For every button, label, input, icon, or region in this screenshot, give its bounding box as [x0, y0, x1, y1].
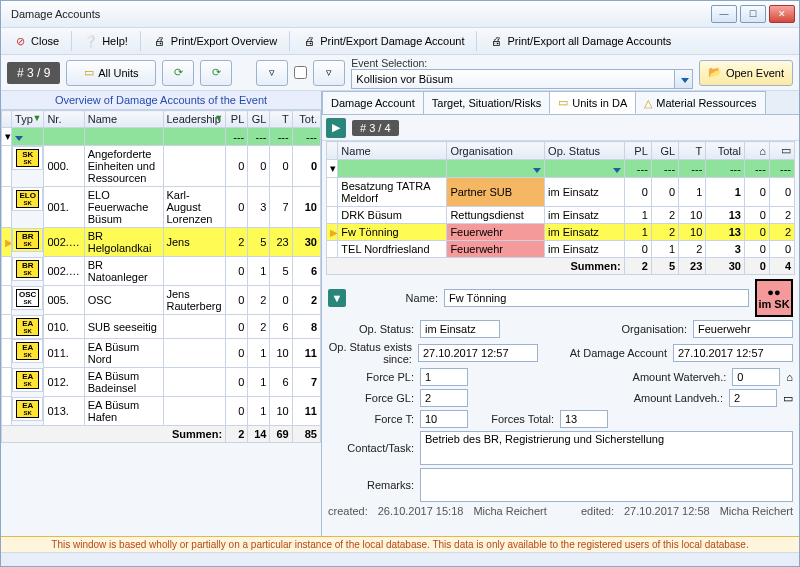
col-op[interactable]: Op. Status [545, 142, 625, 160]
funnel-icon: ▾ [5, 130, 12, 142]
collapse-button[interactable]: ▼ [328, 289, 346, 307]
table-row[interactable]: OSCSK 005.OSCJens Rauterberg 0202 [2, 286, 321, 315]
help-button[interactable]: ❔ Help! [78, 32, 134, 50]
window-title: Damage Accounts [5, 8, 708, 20]
col-nr[interactable]: Nr. [44, 111, 84, 128]
damage-accounts-grid-wrap[interactable]: Typ▼ Nr. Name Leadership▼ PL GL T Tot. ▾ [1, 110, 321, 536]
chevron-down-icon [15, 136, 23, 141]
summary-row: Summen: 2 14 69 85 [2, 426, 321, 443]
left-panel-header: Overview of Damage Accounts of the Event [1, 91, 321, 110]
col-t[interactable]: T [270, 111, 292, 128]
col-landveh-icon[interactable]: ▭ [769, 142, 794, 160]
force-gl-field[interactable] [420, 389, 468, 407]
op-status-field[interactable] [420, 320, 500, 338]
split-body: Overview of Damage Accounts of the Event… [1, 91, 799, 536]
force-t-field[interactable] [420, 410, 468, 428]
col-pl[interactable]: PL [624, 142, 651, 160]
forces-total-field[interactable] [560, 410, 608, 428]
folder-icon: ▭ [84, 66, 94, 79]
table-row[interactable]: ▶ Fw TönningFeuerwehrim Einsatz 121013 0… [327, 224, 795, 241]
secondary-toolbar: # 3 / 9 ▭ All Units ⟳ ⟳ ▿ ▿ Event Select… [1, 55, 799, 91]
row-pointer-icon: ▶ [5, 236, 12, 248]
landveh-field[interactable] [729, 389, 777, 407]
landveh-icon: ▭ [783, 392, 793, 405]
open-icon: 📂 [708, 66, 722, 79]
chevron-down-icon [533, 168, 541, 173]
type-badge: EASK [16, 342, 39, 360]
col-gl[interactable]: GL [651, 142, 678, 160]
chevron-down-icon [681, 78, 689, 83]
table-row[interactable]: SKSK 000.Angeforderte Einheiten und Ress… [2, 146, 321, 187]
table-row[interactable]: BRSK 002.02BR Natoanleger 0156 [2, 257, 321, 286]
refresh-all-button[interactable]: ⟳ [200, 60, 232, 86]
col-name[interactable]: Name [338, 142, 447, 160]
left-panel: Overview of Damage Accounts of the Event… [1, 91, 322, 536]
force-t-label: Force T: [328, 413, 414, 425]
refresh-button[interactable]: ⟳ [162, 60, 194, 86]
table-row[interactable]: EASK 011.EA Büsum Nord 011011 [2, 339, 321, 368]
landveh-label: Amount Landveh.: [603, 392, 723, 404]
filter-apply-button[interactable]: ▿ [313, 60, 345, 86]
funnel-icon: ▿ [269, 66, 275, 79]
maximize-button[interactable]: ☐ [740, 5, 766, 23]
event-combo-dropdown[interactable] [675, 69, 693, 89]
forces-total-label: Forces Total: [474, 413, 554, 425]
play-button[interactable]: ▶ [326, 118, 346, 138]
col-total[interactable]: Total [706, 142, 745, 160]
filter-row[interactable]: ▾ ------------------ [327, 160, 795, 178]
col-name[interactable]: Name [84, 111, 163, 128]
col-t[interactable]: T [679, 142, 706, 160]
table-row[interactable]: EASK 012.EA Büsum Badeinsel 0167 [2, 368, 321, 397]
force-gl-label: Force GL: [328, 392, 414, 404]
table-row[interactable]: TEL NordfrieslandFeuerwehrim Einsatz 012… [327, 241, 795, 258]
close-icon: ⊘ [13, 34, 27, 48]
filter-row[interactable]: ▾ --- --- --- --- [2, 128, 321, 146]
tab-material-resources[interactable]: △Material Ressources [635, 91, 765, 114]
close-button[interactable]: ⊘ Close [7, 32, 65, 50]
print-damage-account-button[interactable]: 🖨 Print/Export Damage Account [296, 32, 470, 50]
since-field[interactable] [418, 344, 538, 362]
table-row[interactable]: ▶ BRSK 002.01BR HelgolandkaiJens 252330 [2, 228, 321, 257]
print-overview-button[interactable]: 🖨 Print/Export Overview [147, 32, 283, 50]
close-window-button[interactable]: ✕ [769, 5, 795, 23]
damage-accounts-grid: Typ▼ Nr. Name Leadership▼ PL GL T Tot. ▾ [1, 110, 321, 443]
col-org[interactable]: Organisation [447, 142, 545, 160]
col-leadership[interactable]: Leadership▼ [163, 111, 226, 128]
remarks-field[interactable] [420, 468, 793, 502]
event-combo-input[interactable] [351, 69, 675, 89]
all-units-button[interactable]: ▭ All Units [66, 60, 156, 86]
organisation-field[interactable] [693, 320, 793, 338]
at-account-field[interactable] [673, 344, 793, 362]
edited-label: edited: [581, 505, 614, 517]
waterveh-field[interactable] [732, 368, 780, 386]
col-typ[interactable]: Typ▼ [12, 111, 44, 128]
table-row[interactable]: EASK 013.EA Büsum Hafen 011011 [2, 397, 321, 426]
print-all-accounts-button[interactable]: 🖨 Print/Export all Damage Accounts [483, 32, 677, 50]
col-pl[interactable]: PL [226, 111, 248, 128]
col-select[interactable] [2, 111, 12, 128]
filter-checkbox[interactable] [294, 66, 307, 79]
grid-header-row: Name Organisation Op. Status PL GL T Tot… [327, 142, 795, 160]
force-pl-field[interactable] [420, 368, 468, 386]
minimize-button[interactable]: — [711, 5, 737, 23]
col-gl[interactable]: GL [248, 111, 270, 128]
warning-icon: △ [644, 97, 652, 110]
table-row[interactable]: EASK 010.SUB seeseitig 0268 [2, 315, 321, 339]
col-waterveh-icon[interactable]: ⌂ [744, 142, 769, 160]
open-event-button[interactable]: 📂 Open Event [699, 60, 793, 86]
contact-field[interactable]: Betrieb des BR, Registrierung und Sicher… [420, 431, 793, 465]
tab-damage-account[interactable]: Damage Account [322, 91, 424, 114]
title-bar: Damage Accounts — ☐ ✕ [1, 1, 799, 27]
table-row[interactable]: Besatzung TATRA MeldorfPartner SUBim Ein… [327, 178, 795, 207]
units-grid-wrap[interactable]: Name Organisation Op. Status PL GL T Tot… [322, 141, 799, 275]
tab-target-situation[interactable]: Target, Situation/Risks [423, 91, 550, 114]
name-field[interactable] [444, 289, 749, 307]
table-row[interactable]: DRK BüsumRettungsdienstim Einsatz 121013… [327, 207, 795, 224]
table-row[interactable]: ELOSK 001.ELO Feuerwache BüsumKarl-Augus… [2, 187, 321, 228]
col-tot[interactable]: Tot. [292, 111, 320, 128]
status-bar [1, 552, 799, 566]
event-selection: Event Selection: [351, 57, 693, 89]
tab-units-in-da[interactable]: ▭Units in DA [549, 91, 636, 114]
filter-remove-button[interactable]: ▿ [256, 60, 288, 86]
type-badge: BRSK [16, 231, 39, 249]
